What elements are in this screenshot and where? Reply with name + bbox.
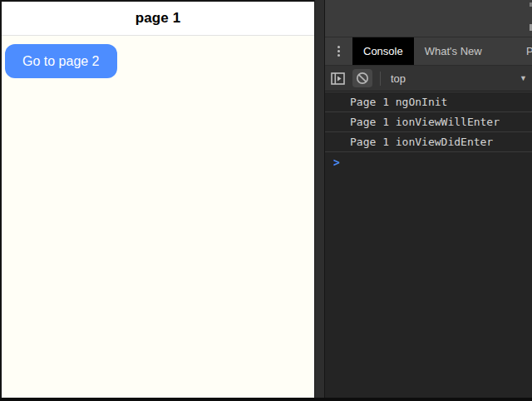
console-message: Page 1 ngOnInit (325, 92, 532, 112)
console-prompt[interactable]: > (325, 152, 532, 172)
devtools-tab-bar: Console What's New P (325, 37, 532, 66)
console-log: Page 1 ngOnInit Page 1 ionViewWillEnter … (325, 92, 532, 172)
devtools-panel: Console What's New P top ▼ (325, 0, 532, 398)
tab-console[interactable]: Console (352, 37, 414, 65)
app-header: page 1 (2, 2, 314, 36)
prompt-chevron-icon: > (333, 156, 340, 170)
devtools-top-strip (325, 0, 532, 37)
toolbar-separator (380, 72, 381, 86)
console-sidebar-icon[interactable] (331, 72, 345, 85)
console-message: Page 1 ionViewDidEnter (325, 132, 532, 152)
clear-console-icon[interactable] (352, 69, 372, 87)
app-content: Go to page 2 (2, 36, 314, 399)
console-toolbar: top ▼ (325, 66, 532, 92)
go-to-page-2-button[interactable]: Go to page 2 (5, 44, 117, 78)
panel-divider[interactable] (314, 0, 325, 398)
screenshot-root: page 1 Go to page 2 Console What's New P (0, 0, 532, 401)
console-message: Page 1 ionViewWillEnter (325, 112, 532, 132)
chevron-down-icon[interactable]: ▼ (520, 74, 527, 82)
context-selector[interactable]: top (391, 72, 406, 85)
page-title: page 1 (135, 10, 180, 27)
tab-partial[interactable]: P (523, 37, 532, 65)
app-preview-panel: page 1 Go to page 2 (0, 0, 314, 398)
tab-whats-new[interactable]: What's New (414, 37, 493, 65)
more-options-icon[interactable] (325, 37, 352, 65)
